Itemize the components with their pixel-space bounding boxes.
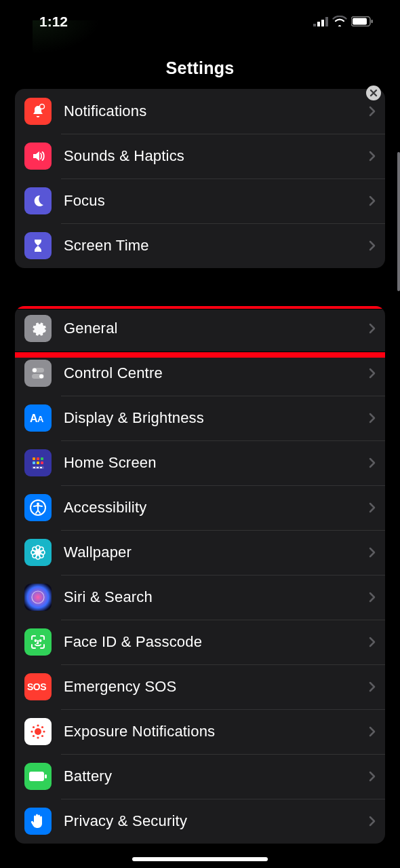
hourglass-icon bbox=[24, 232, 52, 259]
aa-icon: AA bbox=[24, 404, 52, 432]
svg-point-45 bbox=[41, 726, 43, 728]
svg-point-35 bbox=[32, 591, 44, 603]
svg-point-43 bbox=[43, 730, 45, 732]
accessibility-icon bbox=[24, 494, 52, 521]
svg-rect-0 bbox=[313, 24, 316, 26]
svg-rect-6 bbox=[372, 20, 373, 23]
chevron-right-icon bbox=[369, 637, 376, 647]
svg-rect-19 bbox=[41, 461, 43, 464]
svg-point-46 bbox=[33, 735, 35, 737]
svg-point-47 bbox=[41, 735, 43, 737]
svg-point-42 bbox=[31, 730, 33, 732]
row-display-brightness[interactable]: AA Display & Brightness bbox=[15, 396, 385, 440]
chevron-right-icon bbox=[369, 502, 376, 513]
svg-rect-1 bbox=[317, 22, 320, 26]
row-wallpaper[interactable]: Wallpaper bbox=[15, 530, 385, 575]
status-bar: 1:12 bbox=[0, 0, 400, 34]
row-label: Emergency SOS bbox=[64, 678, 369, 696]
svg-point-11 bbox=[39, 375, 43, 379]
row-label: Wallpaper bbox=[64, 544, 369, 561]
row-label: Siri & Search bbox=[64, 588, 369, 606]
close-button[interactable] bbox=[366, 86, 381, 100]
flower-icon bbox=[24, 539, 52, 566]
svg-point-25 bbox=[37, 503, 39, 506]
svg-rect-17 bbox=[33, 461, 35, 464]
speaker-icon bbox=[24, 143, 52, 170]
svg-rect-16 bbox=[41, 457, 43, 460]
row-sounds-haptics[interactable]: Sounds & Haptics bbox=[15, 134, 385, 178]
row-label: Screen Time bbox=[64, 237, 369, 254]
svg-point-36 bbox=[35, 640, 37, 641]
row-battery[interactable]: Battery bbox=[15, 754, 385, 799]
svg-point-44 bbox=[33, 726, 35, 728]
chevron-right-icon bbox=[369, 240, 376, 251]
svg-point-39 bbox=[35, 728, 41, 735]
row-label: Sounds & Haptics bbox=[64, 147, 369, 165]
row-label: Notifications bbox=[64, 102, 369, 120]
page-title: Settings bbox=[0, 58, 400, 78]
chevron-right-icon bbox=[369, 413, 376, 423]
row-faceid-passcode[interactable]: Face ID & Passcode bbox=[15, 620, 385, 664]
cellular-icon bbox=[313, 14, 328, 30]
settings-group-alerts: Notifications Sounds & Haptics Focus bbox=[15, 89, 385, 268]
row-notifications[interactable]: Notifications bbox=[15, 89, 385, 134]
chevron-right-icon bbox=[369, 457, 376, 468]
row-label: Control Centre bbox=[64, 364, 369, 382]
row-siri-search[interactable]: Siri & Search bbox=[15, 575, 385, 620]
svg-point-9 bbox=[33, 369, 37, 373]
chevron-right-icon bbox=[369, 771, 376, 782]
siri-icon bbox=[24, 584, 52, 611]
svg-point-41 bbox=[37, 736, 39, 738]
row-privacy-security[interactable]: Privacy & Security bbox=[15, 799, 385, 844]
close-icon bbox=[369, 89, 378, 97]
hand-icon bbox=[24, 808, 52, 835]
chevron-right-icon bbox=[369, 151, 376, 162]
svg-text:A: A bbox=[37, 414, 44, 424]
row-home-screen[interactable]: Home Screen bbox=[15, 440, 385, 485]
row-label: Face ID & Passcode bbox=[64, 633, 369, 651]
row-emergency-sos[interactable]: SOS Emergency SOS bbox=[15, 664, 385, 709]
row-label: Exposure Notifications bbox=[64, 723, 369, 740]
scrollbar[interactable] bbox=[397, 152, 400, 291]
row-label: General bbox=[64, 320, 369, 337]
row-screen-time[interactable]: Screen Time bbox=[15, 223, 385, 268]
toggles-icon bbox=[24, 360, 52, 387]
svg-rect-15 bbox=[37, 457, 39, 460]
svg-rect-2 bbox=[321, 20, 324, 26]
row-label: Accessibility bbox=[64, 499, 369, 516]
settings-group-system: General Control Centre AA Display & Brig… bbox=[15, 306, 385, 844]
moon-icon bbox=[24, 187, 52, 214]
svg-rect-3 bbox=[325, 17, 328, 26]
battery-icon bbox=[24, 763, 52, 790]
sos-icon: SOS bbox=[24, 673, 52, 700]
svg-rect-48 bbox=[29, 772, 44, 781]
row-control-centre[interactable]: Control Centre bbox=[15, 351, 385, 396]
row-label: Privacy & Security bbox=[64, 812, 369, 830]
faceid-icon bbox=[24, 628, 52, 656]
svg-text:SOS: SOS bbox=[27, 681, 46, 692]
row-label: Battery bbox=[64, 768, 369, 785]
svg-rect-14 bbox=[33, 457, 35, 460]
status-time: 1:12 bbox=[39, 14, 68, 30]
chevron-right-icon bbox=[369, 726, 376, 737]
gear-icon bbox=[24, 315, 52, 342]
row-accessibility[interactable]: Accessibility bbox=[15, 485, 385, 530]
chevron-right-icon bbox=[369, 106, 376, 117]
svg-point-40 bbox=[37, 724, 39, 726]
battery-status-icon bbox=[351, 14, 373, 30]
svg-point-7 bbox=[40, 105, 45, 109]
row-general[interactable]: General bbox=[15, 306, 385, 351]
chevron-right-icon bbox=[369, 195, 376, 206]
svg-point-26 bbox=[36, 550, 40, 554]
row-focus[interactable]: Focus bbox=[15, 178, 385, 223]
svg-rect-5 bbox=[353, 18, 367, 25]
row-label: Focus bbox=[64, 192, 369, 210]
home-indicator[interactable] bbox=[132, 857, 268, 861]
wifi-icon bbox=[332, 14, 347, 30]
svg-rect-23 bbox=[40, 467, 42, 468]
row-label: Home Screen bbox=[64, 454, 369, 472]
chevron-right-icon bbox=[369, 323, 376, 334]
svg-rect-22 bbox=[37, 467, 39, 468]
svg-point-37 bbox=[40, 640, 41, 641]
row-exposure-notifications[interactable]: Exposure Notifications bbox=[15, 709, 385, 754]
